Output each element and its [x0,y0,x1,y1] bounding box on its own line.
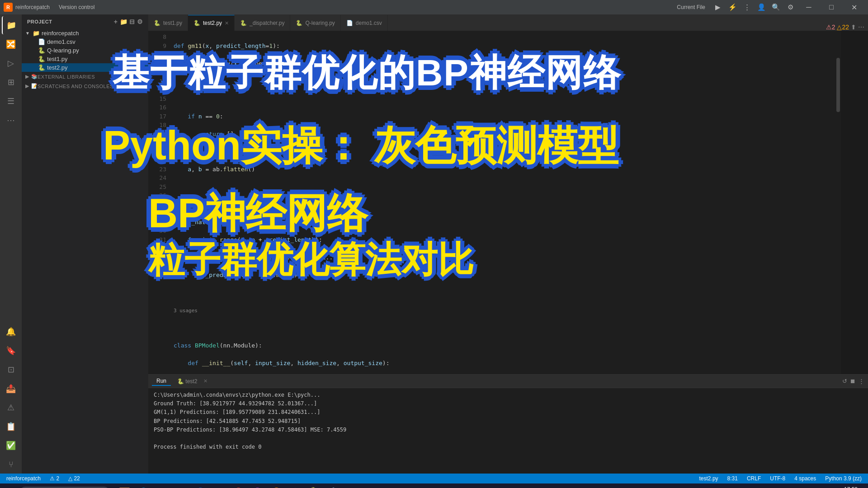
folder-icon: 📁 [33,30,40,37]
taskbar-app-pycharm[interactable]: 🐍 [305,484,323,488]
position-status[interactable]: 8:31 [725,475,741,482]
new-folder-icon[interactable]: 📁 [120,18,128,25]
run-button[interactable]: ▶ [712,1,724,14]
taskbar-app-orange[interactable]: 🟠 [267,484,285,488]
taskbar-app-red[interactable]: 🔴 [229,484,247,488]
taskbar-app-files[interactable]: 📁 [153,484,171,488]
external-libraries-section[interactable]: ▶ 📚 External Libraries [22,72,148,81]
line-ending-status[interactable]: CRLF [744,475,764,482]
line-num: 16 [150,103,166,112]
file-test2-py[interactable]: 🐍 test2.py [22,63,148,72]
stop-icon[interactable]: ⏹ [850,378,856,385]
indent-status[interactable]: 4 spaces [792,475,819,482]
project-name: reinforcepatch [15,4,50,10]
tab-demo1-csv[interactable]: 📄 demo1.csv [341,15,388,31]
line-num: 11 [150,59,166,68]
git-icon[interactable]: ⑂ [2,455,20,474]
interpreter-status[interactable]: Python 3.9 (zz) [822,475,864,482]
plugins-icon[interactable]: ⊞ [2,73,20,91]
project-root[interactable]: ▼ 📁 reinforcepatch [22,29,148,38]
collapse-icon[interactable]: ⊟ [129,18,135,25]
taskbar-app-music[interactable]: 🎵 [210,484,228,488]
minimize-button[interactable]: ─ [798,0,819,14]
tab-test2-py[interactable]: 🐍 test2.py ✕ [188,15,235,31]
code-line [174,288,835,297]
new-file-icon[interactable]: + [114,18,118,25]
code-line [174,183,835,192]
terminal-icon[interactable]: ⊡ [2,361,20,379]
branch-status[interactable]: reinforcepatch [4,475,43,482]
terminal-line [154,434,863,443]
notifications-icon[interactable]: 🔔 [2,323,20,341]
code-editor[interactable]: def gm11(x, predict_length=1): x = np.ar… [170,31,835,374]
filename: demo1.csv [47,38,75,45]
run-icon[interactable]: ▷ [2,54,20,72]
start-button[interactable]: ⊞ [4,486,18,488]
close-tab-icon[interactable]: ✕ [225,20,229,26]
code-line: x_hat = [x[0]] [174,218,835,227]
settings-icon[interactable]: ⚙ [137,18,143,25]
taskbar-app-browser[interactable]: 🔵 [191,484,209,488]
problems-icon[interactable]: ⚠ [2,399,20,417]
system-clock[interactable]: 17:50 2024/11/19 [837,486,864,488]
menu-icon[interactable]: ☰ [2,92,20,110]
search-icon[interactable]: 🔍 [769,1,782,14]
close-button[interactable]: ✕ [844,0,864,14]
taskbar-app-explorer[interactable]: 🪟 [115,484,133,488]
taskbar-app-steam[interactable]: 🎮 [172,484,190,488]
sidebar-title: Project [27,19,52,24]
tab-end-actions: ⚠2 △22 ⬆ ⋯ [826,23,868,31]
line-num: 13 [150,77,166,86]
file-status[interactable]: test2.py [697,475,721,482]
file-test1-py[interactable]: 🐍 test1.py [22,55,148,63]
explorer-icon[interactable]: 📁 [2,16,20,34]
taskbar-app-target[interactable]: 🎯 [286,484,304,488]
run-tab[interactable]: Run [152,377,171,386]
line-num: 14 [150,85,166,94]
process-tab[interactable]: 🐍 test2 [173,377,202,385]
terminal-tabs: Run 🐍 test2 ✕ ↺ ⏹ ⋮ [148,375,868,388]
python-icon: 🐍 [38,47,45,54]
activity-bar: 📁 🔀 ▷ ⊞ ☰ ⋯ 🔔 🔖 ⊡ 📤 ⚠ 📋 ✅ ⑂ [0,14,22,474]
event-log-icon[interactable]: 📋 [2,418,20,436]
encoding-status[interactable]: UTF-8 [767,475,788,482]
code-line [174,94,835,103]
more-button[interactable]: ⋮ [741,1,753,14]
tab-test1-py[interactable]: 🐍 test1.py [148,15,188,31]
file-demo1-csv[interactable]: 📄 demo1.csv [22,38,148,46]
rerun-icon[interactable]: ↺ [842,378,847,385]
file-q-learing-py[interactable]: 🐍 Q-learing.py [22,46,148,55]
more-tabs-icon[interactable]: ⋯ [858,23,864,31]
editor-scrollbar[interactable] [835,31,841,374]
library-icon: 📚 [31,74,38,80]
line-num: 10 [150,50,166,59]
dots-icon[interactable]: ⋯ [2,111,20,129]
more-icon[interactable]: ⋮ [859,378,864,385]
code-line: # 模拟值 [174,200,835,209]
profile-icon[interactable]: 👤 [755,1,768,14]
todo-icon[interactable]: ✅ [2,436,20,455]
maximize-button[interactable]: □ [821,0,842,14]
taskbar-app-edge[interactable]: 🌐 [134,484,152,488]
scratches-and-consoles-section[interactable]: ▶ 📝 Scratches and Consoles [22,81,148,91]
line-num: 25 [150,183,166,192]
line-num: 12 [150,68,166,77]
errors-status[interactable]: ⚠ 2 [47,475,62,482]
line-num: 17 [150,112,166,121]
warnings-status[interactable]: △ 22 [66,475,83,482]
tab-dispatcher-py[interactable]: 🐍 _dispatcher.py [235,15,290,31]
expand-editor-icon[interactable]: ⬆ [851,23,856,31]
settings-icon[interactable]: ⚙ [784,1,797,14]
bookmark-icon[interactable]: 🔖 [2,342,20,360]
taskbar-app-purple[interactable]: 🟣 [248,484,266,488]
output-icon[interactable]: 📤 [2,380,20,398]
taskbar-app-settings[interactable]: ⚙️ [324,484,342,488]
vcs-icon[interactable]: 🔀 [2,35,20,53]
debug-button[interactable]: ⚡ [726,1,739,14]
filename: test2.py [47,64,68,71]
version-control-button[interactable]: Version control [56,3,97,11]
close-process-icon[interactable]: ✕ [203,378,208,384]
external-libraries-label: External Libraries [38,74,95,80]
tab-q-learing-py[interactable]: 🐍 Q-learing.py [290,15,340,31]
current-file-button[interactable]: Current File [673,3,709,11]
